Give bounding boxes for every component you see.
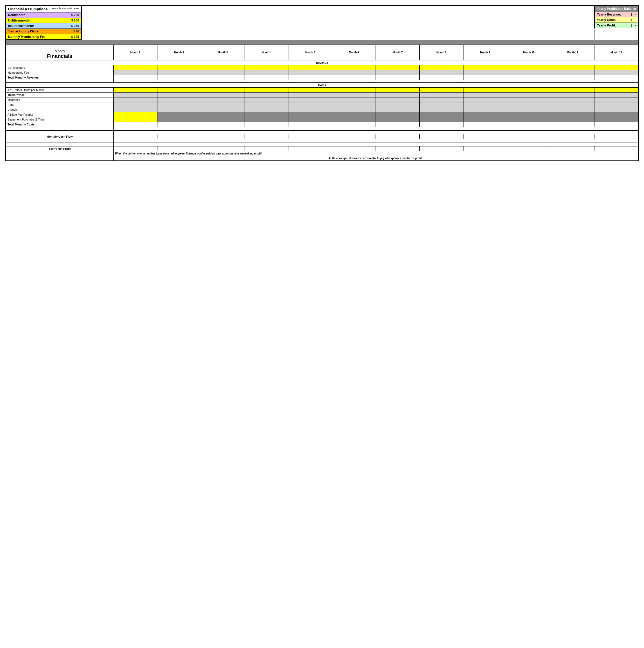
members-m5[interactable] bbox=[288, 65, 332, 70]
total-revenue-m12 bbox=[594, 75, 638, 80]
utilities-m8 bbox=[419, 107, 463, 112]
trainer-hours-m5[interactable] bbox=[288, 88, 332, 93]
rent-m4 bbox=[245, 102, 288, 107]
trainer-wage-m10 bbox=[507, 93, 551, 98]
equipment-m6 bbox=[332, 117, 376, 122]
total-revenue-m8 bbox=[419, 75, 463, 80]
utilities-m4 bbox=[245, 107, 288, 112]
spacer-row-4 bbox=[6, 139, 638, 143]
members-label: # of Members bbox=[6, 65, 114, 70]
membership-fee-m2 bbox=[157, 70, 201, 75]
utilities-m1 bbox=[113, 107, 157, 112]
equipment-m3 bbox=[201, 117, 245, 122]
yearly-net-profit-row: Yearly Net Profit bbox=[6, 147, 638, 151]
total-costs-m7 bbox=[376, 122, 419, 127]
members-m6[interactable] bbox=[332, 65, 376, 70]
insurance-m8 bbox=[419, 98, 463, 102]
total-revenue-m2 bbox=[157, 75, 201, 80]
example-label: example amounts below bbox=[50, 6, 81, 12]
yearly-net-m1 bbox=[113, 147, 157, 151]
trainer-hours-m7[interactable] bbox=[376, 88, 419, 93]
notes-line-2: In this example, it took them 8 months t… bbox=[113, 156, 638, 161]
members-m11[interactable] bbox=[551, 65, 594, 70]
affiliate-fee-m5 bbox=[288, 112, 332, 117]
trainer-hours-m4[interactable] bbox=[245, 88, 288, 93]
total-costs-m6 bbox=[332, 122, 376, 127]
equipment-m8 bbox=[419, 117, 463, 122]
trainer-hours-m10[interactable] bbox=[507, 88, 551, 93]
yearly-net-m11 bbox=[551, 147, 594, 151]
trainer-wage-m12 bbox=[594, 93, 638, 98]
utilities-m9 bbox=[463, 107, 507, 112]
affiliate-fee-m10 bbox=[507, 112, 551, 117]
members-m9[interactable] bbox=[463, 65, 507, 70]
rent-row: Rent bbox=[6, 102, 638, 107]
affiliate-fee-m4 bbox=[245, 112, 288, 117]
utilities-value[interactable]: $ 100 bbox=[50, 18, 81, 23]
insurance-m1 bbox=[113, 98, 157, 102]
trainer-wage-m7 bbox=[376, 93, 419, 98]
trainer-hours-m6[interactable] bbox=[332, 88, 376, 93]
trainer-hours-m12[interactable] bbox=[594, 88, 638, 93]
trainer-hours-m1[interactable] bbox=[113, 88, 157, 93]
trainer-hours-m8[interactable] bbox=[419, 88, 463, 93]
spacer2-label bbox=[6, 127, 114, 130]
trainer-hours-m9[interactable] bbox=[463, 88, 507, 93]
rent-value[interactable]: $ 750 bbox=[50, 12, 81, 18]
revenue-header-label: Revenue bbox=[6, 60, 638, 65]
assumptions-row-trainer-wage: Trainer Hourly Wage $ 20 bbox=[6, 29, 82, 34]
members-m3[interactable] bbox=[201, 65, 245, 70]
rent-m9 bbox=[463, 102, 507, 107]
cash-flow-m3 bbox=[201, 134, 245, 139]
affiliate-fee-m8 bbox=[419, 112, 463, 117]
members-m4[interactable] bbox=[245, 65, 288, 70]
total-revenue-m6 bbox=[332, 75, 376, 80]
rent-m2 bbox=[157, 102, 201, 107]
plb-revenue-value: $ - bbox=[627, 12, 638, 17]
trainer-hours-m3[interactable] bbox=[201, 88, 245, 93]
trainer-hours-m11[interactable] bbox=[551, 88, 594, 93]
utilities-row-label: Utilities bbox=[6, 107, 114, 112]
utilities-row: Utilities bbox=[6, 107, 638, 112]
equipment-m1[interactable] bbox=[113, 117, 157, 122]
equipment-m7 bbox=[376, 117, 419, 122]
affiliate-fee-m3 bbox=[201, 112, 245, 117]
equipment-m5 bbox=[288, 117, 332, 122]
notes-line-1: When the bottom month number turns from … bbox=[113, 151, 638, 156]
insurance-value[interactable]: $ 250 bbox=[50, 23, 81, 29]
membership-value[interactable]: $ 125 bbox=[50, 34, 81, 40]
membership-fee-m5 bbox=[288, 70, 332, 75]
equipment-row: Equipment Purchase (1-Time) bbox=[6, 117, 638, 122]
financials-title: Financials bbox=[7, 53, 112, 59]
affiliate-fee-m1[interactable] bbox=[113, 112, 157, 117]
equipment-m10 bbox=[507, 117, 551, 122]
total-costs-m4 bbox=[245, 122, 288, 127]
yearly-net-m7 bbox=[376, 147, 419, 151]
trainer-hours-m2[interactable] bbox=[157, 88, 201, 93]
cash-flow-m2 bbox=[157, 134, 201, 139]
members-m7[interactable] bbox=[376, 65, 419, 70]
membership-fee-m3 bbox=[201, 70, 245, 75]
assumptions-title: Financial Assumptions bbox=[6, 6, 50, 12]
trainer-wage-m1 bbox=[113, 93, 157, 98]
assumptions-table: Financial Assumptions example amounts be… bbox=[6, 6, 82, 40]
members-m2[interactable] bbox=[157, 65, 201, 70]
members-m10[interactable] bbox=[507, 65, 551, 70]
cash-flow-m8 bbox=[419, 134, 463, 139]
yearly-net-m3 bbox=[201, 147, 245, 151]
yearly-net-m9 bbox=[463, 147, 507, 151]
total-costs-m5 bbox=[288, 122, 332, 127]
plb-header-row: Yearly Profit/Loss Balance bbox=[595, 6, 638, 12]
rent-label: Rent/month: bbox=[6, 12, 50, 18]
trainer-wage-m9 bbox=[463, 93, 507, 98]
members-m8[interactable] bbox=[419, 65, 463, 70]
members-m12[interactable] bbox=[594, 65, 638, 70]
month-3-header: Month 3 bbox=[201, 45, 245, 60]
yearly-net-m5 bbox=[288, 147, 332, 151]
insurance-m12 bbox=[594, 98, 638, 102]
plb-costs-row: Yearly Costs: $ - bbox=[595, 17, 638, 23]
total-revenue-m7 bbox=[376, 75, 419, 80]
trainer-wage-row-label: Trainer Wage bbox=[6, 93, 114, 98]
members-m1[interactable] bbox=[113, 65, 157, 70]
trainer-wage-value[interactable]: $ 20 bbox=[50, 29, 81, 34]
